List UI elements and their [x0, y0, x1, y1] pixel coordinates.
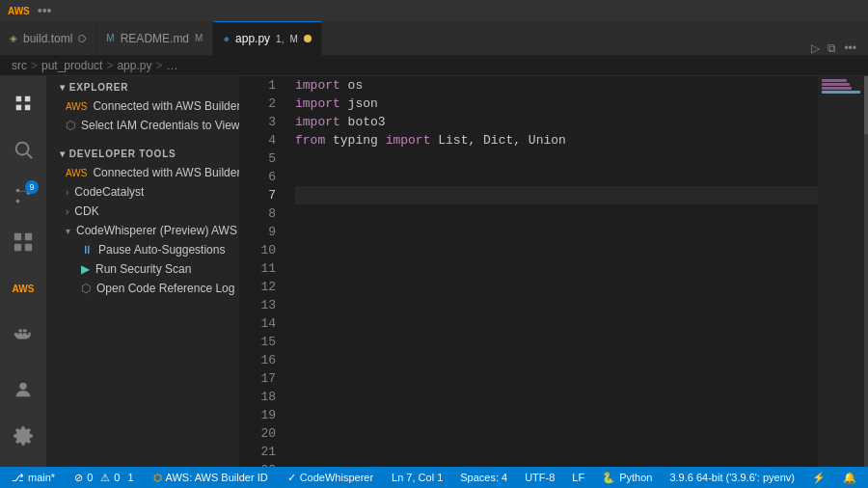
status-spaces-text: Spaces: 4	[460, 472, 507, 483]
activity-docker[interactable]	[0, 312, 46, 358]
activity-extensions[interactable]	[0, 219, 46, 265]
activity-search[interactable]	[0, 126, 46, 173]
minimap-line-3	[822, 87, 852, 90]
status-aws-label[interactable]: ⬡ AWS: AWS Builder ID	[149, 472, 272, 483]
status-bar: ⎇ main* ⊘ 0 ⚠ 0 1 ⬡ AWS: AWS Builder ID …	[0, 467, 868, 488]
tab-label-app-py: app.py	[235, 32, 270, 45]
explorer-chevron: ▾	[60, 82, 66, 93]
status-left: ⎇ main* ⊘ 0 ⚠ 0 1 ⬡ AWS: AWS Builder ID …	[8, 472, 377, 484]
dev-tools-chevron: ▾	[60, 149, 66, 159]
tab-app-py[interactable]: ● app.py 1, M	[213, 21, 321, 55]
activity-settings[interactable]	[0, 413, 46, 459]
minimap[interactable]	[818, 76, 868, 467]
svg-point-0	[16, 143, 29, 155]
sidebar-dev-aws-builder[interactable]: AWS Connected with AWS Builder ID	[46, 163, 239, 182]
error-icon: ⊘	[74, 472, 83, 484]
split-icon[interactable]: ⧉	[827, 41, 836, 55]
cdk-chevron-icon: ›	[66, 206, 68, 217]
code-line-7	[295, 186, 818, 204]
status-eol[interactable]: LF	[568, 472, 588, 483]
status-pyenv[interactable]: ⚡	[808, 472, 829, 484]
activity-source-control[interactable]: 9	[0, 173, 46, 219]
activity-bar: 9 AWS	[0, 76, 46, 467]
status-bell[interactable]: 🔔	[839, 472, 860, 484]
activity-account[interactable]	[0, 366, 46, 413]
breadcrumb-ellipsis[interactable]: …	[166, 59, 177, 72]
breadcrumb: src > put_product > app.py > …	[0, 55, 868, 76]
svg-point-2	[16, 189, 20, 193]
sidebar-pause-suggestions[interactable]: ⏸ Pause Auto-Suggestions	[46, 240, 239, 259]
breadcrumb-src[interactable]: src	[12, 59, 27, 72]
tab-build-toml[interactable]: ◈ build.toml	[0, 21, 96, 55]
status-aws-text: AWS: AWS Builder ID	[166, 472, 268, 483]
sidebar-cdk-label: CDK	[74, 204, 98, 218]
status-python-version[interactable]: 3.9.6 64-bit ('3.9.6': pyenv)	[665, 472, 799, 483]
code-line-19	[295, 406, 818, 424]
svg-rect-8	[25, 244, 32, 251]
sidebar-run-security-scan[interactable]: ▶ Run Security Scan	[46, 259, 239, 279]
python-lang-icon: 🐍	[602, 472, 615, 484]
dev-tools-header[interactable]: ▾ DEVELOPER TOOLS	[46, 143, 239, 163]
status-spaces[interactable]: Spaces: 4	[456, 472, 511, 483]
status-codewhisperer[interactable]: ✓ CodeWhisperer	[284, 472, 377, 484]
title-bar-left: AWS •••	[8, 3, 52, 18]
minimap-line-2	[822, 83, 850, 86]
bell-icon: 🔔	[843, 472, 856, 484]
pyenv-icon: ⚡	[812, 472, 826, 484]
line-num-19: 19	[239, 406, 276, 424]
key-icon: ⬡	[66, 119, 75, 132]
activity-aws[interactable]: AWS	[0, 265, 46, 312]
status-branch-label: main*	[28, 472, 55, 483]
line-num-4: 4	[239, 131, 276, 149]
line-num-21: 21	[239, 443, 276, 461]
svg-rect-5	[14, 233, 21, 240]
code-line-8	[295, 204, 818, 223]
line-num-8: 8	[239, 204, 276, 223]
line-num-1: 1	[239, 76, 276, 95]
sidebar-iam-credentials[interactable]: ⬡ Select IAM Credentials to View …	[46, 116, 239, 135]
sidebar-run-scan-label: Run Security Scan	[95, 262, 191, 276]
status-branch[interactable]: ⎇ main*	[8, 472, 59, 484]
sidebar-open-code-reference[interactable]: ⬡ Open Code Reference Log	[46, 279, 239, 298]
status-errors-warnings[interactable]: ⊘ 0 ⚠ 0 1	[70, 472, 137, 484]
status-language-text: Python	[619, 472, 652, 483]
tabs-bar: ◈ build.toml M README.md M ● app.py 1, M…	[0, 21, 868, 55]
code-line-1: import os	[295, 76, 818, 95]
activity-explorer[interactable]	[0, 80, 46, 126]
dev-tools-label: DEVELOPER TOOLS	[69, 149, 176, 159]
sidebar-codecatalyst[interactable]: › CodeCatalyst	[46, 182, 239, 202]
status-encoding[interactable]: UTF-8	[521, 472, 558, 483]
tab-readme-md[interactable]: M README.md M	[96, 21, 213, 55]
sidebar-codewhisperer[interactable]: ▾ CodeWhisperer (Preview) AWS …	[46, 221, 239, 240]
line-num-10: 10	[239, 241, 276, 259]
code-editor[interactable]: 1 2 3 4 5 6 7 8 9 10 11 12 13 14 15 16 1	[239, 76, 818, 467]
breadcrumb-app-py[interactable]: app.py	[117, 59, 151, 72]
code-line-2: import json	[295, 95, 818, 113]
code-line-17	[295, 369, 818, 388]
sidebar-builder-id-label: Connected with AWS Builder ID	[93, 99, 239, 113]
code-line-21	[295, 443, 818, 461]
line-num-9: 9	[239, 223, 276, 241]
line-num-5: 5	[239, 149, 276, 168]
status-position[interactable]: Ln 7, Col 1	[388, 472, 447, 483]
svg-rect-12	[18, 330, 22, 333]
line-num-3: 3	[239, 113, 276, 131]
status-language[interactable]: 🐍 Python	[598, 472, 656, 484]
git-branch-icon: ⎇	[12, 472, 24, 484]
title-bar-menu-icon[interactable]: •••	[38, 3, 52, 18]
sidebar-aws-builder-id[interactable]: AWS Connected with AWS Builder ID	[46, 96, 239, 116]
line-num-15: 15	[239, 333, 276, 351]
sidebar-codewhisperer-label: CodeWhisperer (Preview) AWS …	[76, 224, 239, 237]
svg-point-14	[19, 383, 26, 390]
svg-line-1	[27, 153, 32, 158]
minimap-code	[818, 76, 868, 108]
code-content: 1 2 3 4 5 6 7 8 9 10 11 12 13 14 15 16 1	[239, 76, 818, 467]
run-icon[interactable]: ▷	[811, 41, 820, 55]
more-icon[interactable]: •••	[844, 41, 856, 55]
explorer-header[interactable]: ▾ EXPLORER	[46, 76, 239, 96]
sidebar-cdk[interactable]: › CDK	[46, 202, 239, 221]
source-control-badge: 9	[25, 180, 39, 194]
tab-label-build-toml: build.toml	[23, 32, 72, 45]
code-line-6	[295, 168, 818, 186]
breadcrumb-put-product[interactable]: put_product	[41, 59, 102, 72]
